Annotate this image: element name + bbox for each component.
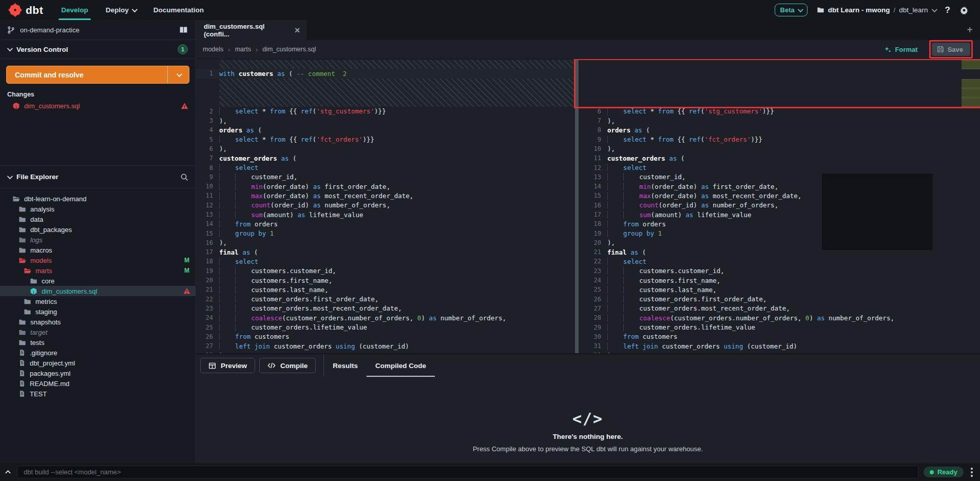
tab-results[interactable]: Results bbox=[324, 354, 367, 377]
tree-item-README.md[interactable]: README.md bbox=[0, 378, 196, 389]
code-line[interactable]: 20 customers.first_name, bbox=[196, 276, 575, 285]
breadcrumb-item-models[interactable]: models bbox=[203, 46, 223, 53]
code-line[interactable]: 9 select * from {{ ref('fct_orders')}} bbox=[579, 134, 980, 144]
beta-dropdown[interactable]: Beta bbox=[775, 4, 808, 16]
tab-compiled-code[interactable]: Compiled Code bbox=[367, 354, 435, 377]
code-line[interactable]: 8 select bbox=[196, 163, 575, 172]
code-line[interactable]: 23 customer_orders.most_recent_order_dat… bbox=[196, 304, 575, 313]
tree-item-dbt_packages[interactable]: dbt_packages bbox=[0, 224, 196, 235]
project-switcher[interactable]: dbt Learn - mwong / dbt_learn bbox=[817, 6, 936, 14]
save-button[interactable]: Save bbox=[932, 43, 970, 56]
tree-item-core[interactable]: core bbox=[0, 276, 196, 286]
code-line[interactable]: 3), bbox=[196, 116, 575, 125]
tree-item-.gitignore[interactable]: .gitignore bbox=[0, 348, 196, 358]
branch-bar[interactable]: on-demand-practice bbox=[0, 20, 195, 40]
tree-item-logs[interactable]: logs bbox=[0, 235, 196, 245]
tree-item-models[interactable]: modelsM bbox=[0, 255, 196, 265]
conflict-row[interactable]: 3+======= bbox=[962, 79, 980, 88]
left-code-lines[interactable]: 2 select * from {{ ref('stg_customers')}… bbox=[196, 107, 575, 353]
code-line[interactable]: 24 coalesce(customer_orders.number_of_or… bbox=[196, 313, 575, 322]
code-line[interactable]: 26 customer_orders.first_order_date, bbox=[579, 295, 980, 304]
docs-book-icon[interactable] bbox=[179, 26, 188, 34]
code-line[interactable]: 13 sum(amount) as lifetime_value bbox=[196, 210, 575, 219]
breadcrumb-item-dim_customers.sql[interactable]: dim_customers.sql bbox=[262, 46, 316, 53]
tree-item-snapshots[interactable]: snapshots bbox=[0, 317, 196, 327]
tree-item-staging[interactable]: staging bbox=[0, 306, 196, 317]
file-explorer-header[interactable]: File Explorer bbox=[0, 165, 196, 188]
merge-conflict-block[interactable]: 1+<<<<<<< HEAD2 with customers as ( -- c… bbox=[962, 60, 980, 107]
search-icon[interactable] bbox=[180, 173, 188, 181]
dbt-command-input[interactable] bbox=[17, 466, 918, 478]
tab-dim-customers[interactable]: dim_customers.sql (confli... ✕ bbox=[196, 20, 306, 40]
tree-item-macros[interactable]: macros bbox=[0, 245, 196, 255]
code-line[interactable]: 28 coalesce(customer_orders.number_of_or… bbox=[579, 313, 980, 322]
settings-gear-icon[interactable] bbox=[959, 6, 969, 15]
code-line[interactable]: 10 min(order_date) as first_order_date, bbox=[196, 182, 575, 191]
conflict-row[interactable]: 1+<<<<<<< HEAD bbox=[962, 60, 980, 69]
format-button[interactable]: Format bbox=[884, 46, 918, 53]
code-line[interactable]: 8 orders as ( bbox=[579, 125, 980, 134]
editor-pane-left[interactable]: 1with customers as ( -- comment 2 2 sele… bbox=[196, 59, 575, 353]
code-line[interactable]: 29 customer_orders.lifetime_value bbox=[579, 322, 980, 332]
version-control-header[interactable]: Version Control 1 bbox=[0, 40, 195, 59]
breadcrumb-item-marts[interactable]: marts bbox=[235, 46, 251, 53]
code-line[interactable]: 4orders as ( bbox=[196, 125, 575, 134]
code-line[interactable]: 24 customers.first_name, bbox=[579, 276, 980, 285]
code-line[interactable]: 25 customers.last_name, bbox=[579, 285, 980, 294]
code-line[interactable]: 31 left join customer_orders using (cust… bbox=[579, 341, 980, 351]
code-line[interactable]: 11 customer_orders as ( bbox=[579, 153, 980, 163]
dbt-logo[interactable]: dbt bbox=[0, 3, 52, 17]
code-line[interactable]: 30 from customers bbox=[579, 332, 980, 341]
tree-item-dbt_project.yml[interactable]: dbt_project.yml bbox=[0, 358, 196, 368]
nav-item-documentation[interactable]: Documentation bbox=[145, 0, 213, 20]
code-line[interactable]: 25 customer_orders.lifetime_value bbox=[196, 322, 575, 332]
expand-panel-chevron[interactable] bbox=[4, 468, 12, 476]
code-line[interactable]: 26 from customers bbox=[196, 332, 575, 341]
code-line[interactable]: 14 from orders bbox=[196, 219, 575, 228]
commit-and-resolve-button[interactable]: Commit and resolve bbox=[6, 66, 189, 84]
code-line[interactable]: 11 max(order_date) as most_recent_order_… bbox=[196, 191, 575, 200]
tree-item-analysis[interactable]: analysis bbox=[0, 204, 196, 214]
tree-item-tests[interactable]: tests bbox=[0, 337, 196, 348]
code-line[interactable]: 15 group by 1 bbox=[196, 228, 575, 238]
tree-item-metrics[interactable]: metrics bbox=[0, 296, 196, 306]
code-line[interactable]: 19 customers.customer_id, bbox=[196, 266, 575, 276]
code-line[interactable]: 18 select bbox=[196, 257, 575, 266]
tree-item-TEST[interactable]: TEST bbox=[0, 389, 196, 399]
preview-button[interactable]: Preview bbox=[200, 358, 255, 373]
nav-item-develop[interactable]: Develop bbox=[52, 0, 97, 20]
code-line[interactable]: 22 select bbox=[579, 257, 980, 266]
tab-close-icon[interactable]: ✕ bbox=[294, 26, 300, 34]
code-line[interactable]: 7 ), bbox=[579, 116, 980, 125]
code-line[interactable]: 1with customers as ( -- comment 2 bbox=[196, 69, 575, 78]
code-line[interactable]: 27 customer_orders.most_recent_order_dat… bbox=[579, 304, 980, 313]
code-line[interactable]: 27 left join customer_orders using (cust… bbox=[196, 341, 575, 351]
code-line[interactable]: 2 select * from {{ ref('stg_customers')}… bbox=[196, 107, 575, 116]
tree-item-dbt-learn-on-demand[interactable]: dbt-learn-on-demand bbox=[0, 194, 196, 204]
code-line[interactable]: 12 select bbox=[579, 163, 980, 172]
code-line[interactable]: 9 customer_id, bbox=[196, 172, 575, 182]
help-button[interactable]: ? bbox=[945, 5, 950, 15]
code-line[interactable]: 7customer_orders as ( bbox=[196, 153, 575, 163]
compile-button[interactable]: Compile bbox=[259, 358, 316, 373]
code-line[interactable]: 17final as ( bbox=[196, 247, 575, 257]
commit-dropdown-toggle[interactable] bbox=[167, 66, 189, 83]
conflict-row[interactable]: 2 with customers as ( -- comment 2 bbox=[962, 69, 980, 79]
changed-file-row[interactable]: dim_customers.sql bbox=[0, 100, 196, 111]
code-line[interactable]: 23 customers.customer_id, bbox=[579, 266, 980, 276]
left-line-1-row[interactable]: 1with customers as ( -- comment 2 bbox=[196, 69, 575, 78]
tree-item-dim_customers.sql[interactable]: dim_customers.sql bbox=[0, 286, 196, 296]
code-line[interactable]: 6 select * from {{ ref('stg_customers')}… bbox=[579, 107, 980, 116]
code-line[interactable]: 10 ), bbox=[579, 144, 980, 153]
new-tab-button[interactable]: + bbox=[959, 20, 980, 40]
tree-item-data[interactable]: data bbox=[0, 214, 196, 224]
code-line[interactable]: 5 select * from {{ ref('fct_orders')}} bbox=[196, 134, 575, 144]
tree-item-marts[interactable]: martsM bbox=[0, 265, 196, 276]
kebab-menu-icon[interactable] bbox=[969, 468, 975, 477]
tree-item-target[interactable]: target bbox=[0, 327, 196, 337]
tree-item-packages.yml[interactable]: packages.yml bbox=[0, 368, 196, 378]
code-line[interactable]: 21 customers.last_name, bbox=[196, 285, 575, 294]
code-line[interactable]: 6), bbox=[196, 144, 575, 153]
conflict-row[interactable]: 4+with customers as ( -- comment 1 bbox=[962, 88, 980, 98]
code-line[interactable]: 16), bbox=[196, 238, 575, 247]
